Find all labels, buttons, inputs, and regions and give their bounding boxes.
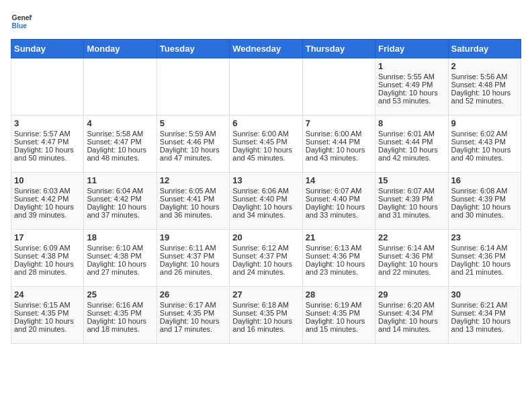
day-cell: 4Sunrise: 5:58 AMSunset: 4:47 PMDaylight…: [84, 116, 157, 173]
week-row-0: 1Sunrise: 5:55 AMSunset: 4:49 PMDaylight…: [11, 58, 521, 116]
day-number: 15: [378, 175, 445, 185]
day-info: Sunrise: 6:15 AM: [14, 301, 81, 309]
day-cell: 17Sunrise: 6:09 AMSunset: 4:38 PMDayligh…: [11, 230, 84, 287]
day-cell: 6Sunrise: 6:00 AMSunset: 4:45 PMDaylight…: [230, 116, 302, 173]
day-number: 8: [378, 118, 445, 128]
week-row-2: 10Sunrise: 6:03 AMSunset: 4:42 PMDayligh…: [11, 173, 521, 230]
day-info: Sunset: 4:34 PM: [378, 309, 445, 317]
day-info: Sunrise: 5:56 AM: [451, 73, 518, 81]
day-cell: 8Sunrise: 6:01 AMSunset: 4:44 PMDaylight…: [375, 116, 448, 173]
day-number: 1: [378, 61, 445, 71]
day-info: Daylight: 10 hours and 43 minutes.: [306, 146, 372, 162]
logo-icon: General Blue: [11, 11, 32, 32]
svg-text:Blue: Blue: [12, 22, 28, 30]
day-info: Sunrise: 6:12 AM: [232, 244, 299, 252]
day-info: Daylight: 10 hours and 47 minutes.: [160, 146, 226, 162]
day-number: 7: [306, 118, 372, 128]
day-info: Daylight: 10 hours and 53 minutes.: [378, 89, 445, 105]
day-cell: [302, 58, 375, 116]
day-info: Daylight: 10 hours and 48 minutes.: [87, 146, 153, 162]
day-info: Sunset: 4:47 PM: [14, 138, 81, 146]
day-info: Sunset: 4:42 PM: [14, 195, 81, 203]
day-info: Sunset: 4:46 PM: [160, 138, 226, 146]
day-cell: 28Sunrise: 6:19 AMSunset: 4:35 PMDayligh…: [302, 287, 375, 344]
day-info: Daylight: 10 hours and 24 minutes.: [232, 260, 299, 276]
day-info: Daylight: 10 hours and 36 minutes.: [160, 203, 226, 219]
day-info: Sunset: 4:36 PM: [451, 252, 518, 260]
day-info: Sunset: 4:37 PM: [160, 252, 226, 260]
day-number: 16: [451, 175, 518, 185]
day-cell: [11, 58, 84, 116]
day-info: Sunrise: 6:21 AM: [451, 301, 518, 309]
day-cell: 2Sunrise: 5:56 AMSunset: 4:48 PMDaylight…: [448, 58, 521, 116]
header-friday: Friday: [375, 40, 448, 58]
day-cell: 25Sunrise: 6:16 AMSunset: 4:35 PMDayligh…: [84, 287, 157, 344]
day-info: Sunrise: 6:13 AM: [306, 244, 372, 252]
day-number: 11: [87, 175, 153, 185]
day-info: Daylight: 10 hours and 22 minutes.: [378, 260, 445, 276]
day-cell: [230, 58, 302, 116]
header-saturday: Saturday: [448, 40, 521, 58]
day-info: Sunrise: 6:18 AM: [232, 301, 299, 309]
day-info: Daylight: 10 hours and 13 minutes.: [451, 317, 518, 333]
day-number: 18: [87, 232, 153, 242]
day-cell: 11Sunrise: 6:04 AMSunset: 4:42 PMDayligh…: [84, 173, 157, 230]
day-info: Sunset: 4:40 PM: [232, 195, 299, 203]
day-info: Daylight: 10 hours and 28 minutes.: [14, 260, 81, 276]
day-info: Sunrise: 6:07 AM: [306, 187, 372, 195]
day-info: Sunset: 4:44 PM: [378, 138, 445, 146]
day-info: Daylight: 10 hours and 42 minutes.: [378, 146, 445, 162]
header: General Blue: [11, 11, 521, 32]
day-info: Sunset: 4:38 PM: [14, 252, 81, 260]
day-info: Sunset: 4:47 PM: [87, 138, 153, 146]
day-info: Sunrise: 6:01 AM: [378, 130, 445, 138]
day-number: 19: [160, 232, 226, 242]
day-info: Sunrise: 6:16 AM: [87, 301, 153, 309]
day-info: Sunrise: 5:57 AM: [14, 130, 81, 138]
day-info: Sunset: 4:35 PM: [160, 309, 226, 317]
day-cell: 23Sunrise: 6:14 AMSunset: 4:36 PMDayligh…: [448, 230, 521, 287]
day-cell: 14Sunrise: 6:07 AMSunset: 4:40 PMDayligh…: [302, 173, 375, 230]
day-number: 5: [160, 118, 226, 128]
day-info: Daylight: 10 hours and 20 minutes.: [14, 317, 81, 333]
day-info: Daylight: 10 hours and 52 minutes.: [451, 89, 518, 105]
day-cell: [157, 58, 229, 116]
day-info: Daylight: 10 hours and 18 minutes.: [87, 317, 153, 333]
header-tuesday: Tuesday: [157, 40, 229, 58]
day-number: 30: [451, 289, 518, 300]
day-info: Sunset: 4:34 PM: [451, 309, 518, 317]
day-number: 22: [378, 232, 445, 242]
header-sunday: Sunday: [11, 40, 84, 58]
day-number: 20: [232, 232, 299, 242]
day-number: 23: [451, 232, 518, 242]
day-info: Daylight: 10 hours and 50 minutes.: [14, 146, 81, 162]
day-cell: 3Sunrise: 5:57 AMSunset: 4:47 PMDaylight…: [11, 116, 84, 173]
day-info: Sunset: 4:39 PM: [451, 195, 518, 203]
day-cell: 5Sunrise: 5:59 AMSunset: 4:46 PMDaylight…: [157, 116, 229, 173]
day-info: Sunset: 4:37 PM: [232, 252, 299, 260]
day-info: Sunset: 4:42 PM: [87, 195, 153, 203]
day-number: 29: [378, 289, 445, 300]
header-thursday: Thursday: [302, 40, 375, 58]
day-cell: 22Sunrise: 6:14 AMSunset: 4:36 PMDayligh…: [375, 230, 448, 287]
day-info: Daylight: 10 hours and 30 minutes.: [451, 203, 518, 219]
day-info: Sunrise: 6:20 AM: [378, 301, 445, 309]
day-info: Sunrise: 6:00 AM: [306, 130, 372, 138]
day-cell: 21Sunrise: 6:13 AMSunset: 4:36 PMDayligh…: [302, 230, 375, 287]
day-number: 6: [232, 118, 299, 128]
day-info: Sunset: 4:43 PM: [451, 138, 518, 146]
day-info: Daylight: 10 hours and 40 minutes.: [451, 146, 518, 162]
day-info: Sunrise: 6:06 AM: [232, 187, 299, 195]
day-number: 3: [14, 118, 81, 128]
calendar-header-row: SundayMondayTuesdayWednesdayThursdayFrid…: [11, 40, 521, 58]
day-info: Daylight: 10 hours and 14 minutes.: [378, 317, 445, 333]
day-cell: 1Sunrise: 5:55 AMSunset: 4:49 PMDaylight…: [375, 58, 448, 116]
day-cell: 7Sunrise: 6:00 AMSunset: 4:44 PMDaylight…: [302, 116, 375, 173]
day-info: Sunset: 4:39 PM: [378, 195, 445, 203]
day-number: 24: [14, 289, 81, 300]
day-info: Sunset: 4:36 PM: [306, 252, 372, 260]
day-info: Sunset: 4:44 PM: [306, 138, 372, 146]
day-info: Sunrise: 6:17 AM: [160, 301, 226, 309]
day-number: 26: [160, 289, 226, 300]
day-number: 9: [451, 118, 518, 128]
